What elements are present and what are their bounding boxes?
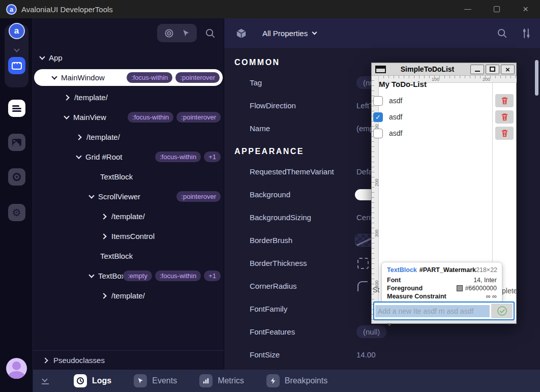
tree-item-scrollviewer[interactable]: ScrollViewer :pointerover xyxy=(33,187,224,206)
add-todo-input-row: Add a new Ite asdf m asd asdf xyxy=(373,301,515,320)
foreground-color-swatch xyxy=(457,285,463,291)
tree-item-template[interactable]: /template/ xyxy=(33,286,224,306)
pseudoclass-badge: :focus-within xyxy=(128,112,173,123)
delete-todo-button[interactable] xyxy=(495,110,514,124)
prop-value: (null) xyxy=(356,325,386,338)
app-titlebar: a AvaloniaUI DeveloperTools × xyxy=(0,0,540,18)
tree-item-template[interactable]: /template/ xyxy=(33,206,224,226)
search-icon[interactable] xyxy=(497,28,507,39)
add-todo-input[interactable]: Add a new Ite asdf m asd asdf xyxy=(375,305,490,317)
todo-item-row: ✓ asdf xyxy=(373,110,516,124)
dashed-border-icon xyxy=(357,258,369,269)
corner-radius-icon xyxy=(357,281,368,291)
pseudoclass-badge: :focus-within xyxy=(155,152,201,162)
text-fragment-right: plete xyxy=(502,287,517,295)
window-tool-icon[interactable] xyxy=(8,57,25,74)
tree-item-mainview[interactable]: MainView :focus-within :pointerover xyxy=(33,107,224,127)
tree-tool-pill xyxy=(157,24,197,42)
text-fragment-left: St xyxy=(373,286,379,294)
confirm-add-button[interactable] xyxy=(491,304,513,318)
todo-item-row: asdf xyxy=(373,94,516,108)
pseudoclass-badge: :empty xyxy=(123,270,152,281)
tree-item-textblock[interactable]: TextBlock xyxy=(33,167,224,187)
tree-item-template[interactable]: /template/ xyxy=(33,127,224,147)
avalonia-logo-icon[interactable]: a xyxy=(9,23,25,39)
pseudoclass-badge: :pointerover xyxy=(176,191,221,202)
maximize-button[interactable] xyxy=(486,65,499,74)
tree-item-mainwindow[interactable]: MainWindow :focus-within :pointerover xyxy=(34,69,223,86)
chevron-down-icon[interactable] xyxy=(8,46,25,53)
close-button[interactable]: × xyxy=(511,0,540,18)
tree-item-itemscontrol[interactable]: ItemsControl xyxy=(33,226,224,246)
window-icon xyxy=(375,66,386,73)
cube-icon xyxy=(235,27,247,39)
delete-todo-button[interactable] xyxy=(495,127,514,140)
clock-icon xyxy=(74,374,87,387)
tooltip-element-size: 218×22 xyxy=(476,266,497,274)
simpletodolist-window: SimpleToDoList × 100 200 100 200 300 400… xyxy=(371,63,517,324)
todo-checkbox[interactable] xyxy=(373,129,383,138)
chevron-down-indicator xyxy=(388,319,391,327)
pseudoclass-badge: :focus-within xyxy=(155,270,201,281)
cursor-icon[interactable] xyxy=(182,29,190,38)
pseudoclass-badge: :focus-within xyxy=(127,72,172,83)
tree-item-textbox[interactable]: TextBox :empty :focus-within +1 xyxy=(33,266,224,286)
maximize-button[interactable] xyxy=(482,0,511,18)
properties-header: All Properties xyxy=(224,18,540,48)
check-circle-icon xyxy=(497,306,507,316)
tree-item-template[interactable]: /template/ xyxy=(33,87,224,107)
more-badge: +1 xyxy=(204,270,221,281)
target-tool-icon[interactable] xyxy=(8,168,25,186)
todo-checkbox-checked[interactable]: ✓ xyxy=(373,112,383,122)
tree-toolbar xyxy=(33,18,224,48)
prop-value: 14.00 xyxy=(356,350,376,359)
tab-breakpoints[interactable]: Breakpoints xyxy=(266,374,328,387)
target-icon[interactable] xyxy=(164,28,174,38)
tab-events[interactable]: Events xyxy=(134,374,177,387)
tab-metrics[interactable]: Metrics xyxy=(199,374,244,387)
settings-gear-icon[interactable]: ⚙ xyxy=(8,204,25,221)
app-title: AvaloniaUI DeveloperTools xyxy=(21,5,113,14)
image-tool-icon[interactable] xyxy=(8,134,25,151)
close-button[interactable]: × xyxy=(501,65,515,74)
tree-item-app[interactable]: App xyxy=(33,48,224,68)
rail-divider xyxy=(33,18,33,392)
todo-item-row: asdf xyxy=(373,126,516,140)
bottom-tab-bar: Logs Events Metrics Breakpoints xyxy=(33,370,540,392)
lightning-icon xyxy=(266,374,280,387)
devtools-element-tooltip: TextBlock #PART_Watermark 218×22 Font 14… xyxy=(381,262,502,304)
tooltip-element-name: #PART_Watermark xyxy=(419,266,476,274)
bar-chart-icon xyxy=(199,374,213,387)
todo-checkbox[interactable] xyxy=(373,96,383,106)
tree-item-textblock[interactable]: TextBlock xyxy=(33,246,224,266)
tab-logs[interactable]: Logs xyxy=(74,374,111,387)
search-icon[interactable] xyxy=(205,28,216,39)
tooltip-element-type: TextBlock xyxy=(387,266,417,274)
left-icon-rail: a ⚙ xyxy=(0,18,33,392)
minimize-button[interactable] xyxy=(453,0,482,18)
logs-list-tool-icon[interactable] xyxy=(8,100,25,117)
chevron-down-icon xyxy=(312,30,317,35)
prop-row-fontsize[interactable]: FontSize 14.00 xyxy=(224,343,540,366)
delete-todo-button[interactable] xyxy=(495,94,514,107)
minimize-button[interactable] xyxy=(470,65,484,74)
tree-item-grid-root[interactable]: Grid #Root :focus-within +1 xyxy=(33,147,224,167)
collapse-panel-icon[interactable] xyxy=(40,376,51,385)
user-avatar[interactable] xyxy=(6,358,27,379)
tune-sliders-icon[interactable] xyxy=(522,28,531,39)
pseudoclass-badge: :pointerover xyxy=(175,72,220,83)
properties-filter-dropdown[interactable]: All Properties xyxy=(262,29,308,38)
avalonia-logo-icon: a xyxy=(6,4,17,15)
todo-list-heading: My ToDo-List xyxy=(379,80,427,88)
window-bottom-strip xyxy=(372,320,516,323)
visual-tree-panel: App MainWindow :focus-within :pointerove… xyxy=(33,18,224,370)
pseudoclasses-expander[interactable]: Pseudoclasses xyxy=(33,350,224,370)
vertical-scrollbar-thumb[interactable] xyxy=(535,60,538,96)
todo-window-title: SimpleToDoList xyxy=(386,65,469,73)
pseudoclass-badge: :pointerover xyxy=(176,112,221,123)
more-badge: +1 xyxy=(204,152,221,162)
todo-window-titlebar[interactable]: SimpleToDoList × xyxy=(372,63,516,76)
cursor-icon xyxy=(134,374,147,387)
